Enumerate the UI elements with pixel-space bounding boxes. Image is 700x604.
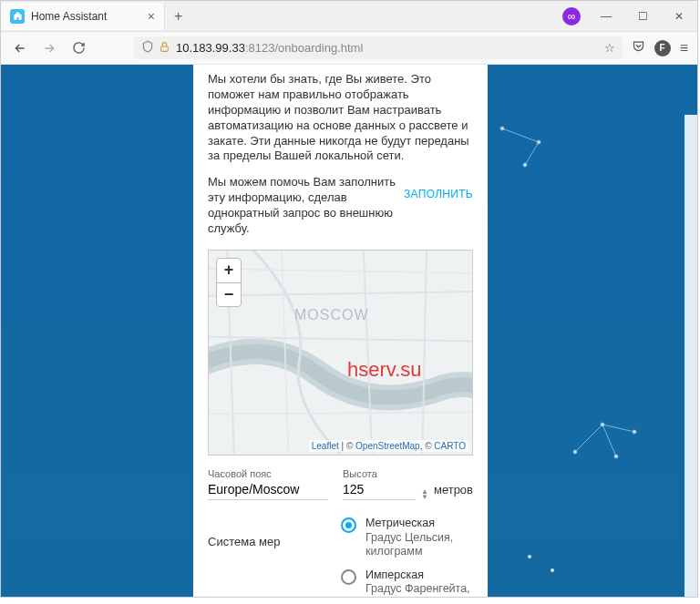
svg-point-3 — [500, 127, 504, 130]
zoom-out-button[interactable]: − — [217, 282, 241, 306]
leaflet-link[interactable]: Leaflet — [312, 441, 339, 451]
map-city-label: MOSCOW — [294, 307, 369, 323]
radio-icon — [341, 517, 356, 533]
svg-point-10 — [601, 423, 604, 426]
url-host: 10.183.99.33 — [176, 41, 245, 55]
pocket-icon[interactable] — [632, 39, 645, 56]
svg-line-7 — [602, 425, 634, 432]
onboarding-card: Мы хотели бы знать, где Вы живете. Это п… — [193, 65, 488, 597]
scrollbar[interactable] — [685, 115, 697, 597]
shield-icon — [141, 40, 154, 56]
timezone-input[interactable] — [208, 479, 328, 500]
fill-button[interactable]: ЗАПОЛНИТЬ — [404, 175, 473, 200]
svg-rect-0 — [161, 46, 169, 50]
new-tab-button[interactable]: + — [165, 8, 191, 25]
svg-point-13 — [528, 555, 531, 558]
timezone-label: Часовой пояс — [208, 468, 328, 479]
height-input[interactable] — [343, 479, 416, 500]
map-attribution: Leaflet | © OpenStreetMap, © CARTO — [309, 440, 468, 452]
refresh-button[interactable] — [68, 38, 88, 58]
svg-point-9 — [573, 450, 577, 454]
bookmark-icon[interactable]: ☆ — [604, 41, 615, 55]
lock-icon — [159, 41, 170, 56]
favicon-home-assistant — [10, 9, 25, 24]
height-label: Высота — [343, 468, 473, 479]
svg-line-8 — [602, 425, 616, 456]
units-label: Система мер — [208, 517, 326, 548]
watermark: hserv.su — [347, 358, 422, 382]
units-imperial-option[interactable]: ИмперскаяГрадус Фаренгейта, фунт — [341, 568, 473, 597]
forward-button[interactable] — [39, 38, 59, 58]
map-zoom-control: + − — [216, 258, 242, 307]
menu-icon[interactable]: ≡ — [680, 40, 688, 56]
svg-line-6 — [575, 425, 602, 452]
svg-line-2 — [525, 142, 539, 165]
height-stepper[interactable]: ▲▼ — [421, 489, 428, 500]
location-map[interactable]: + − MOSCOW hserv.su Leaflet | © OpenStre… — [208, 250, 473, 456]
address-bar: 10.183.99.33:8123/onboarding.html ☆ F ≡ — [1, 32, 697, 65]
osm-link[interactable]: OpenStreetMap — [355, 441, 420, 451]
tab-close-icon[interactable]: × — [148, 9, 155, 24]
fill-helper-text: Мы можем помочь Вам заполнить эту информ… — [208, 175, 396, 237]
browser-titlebar: Home Assistant × + ∞ — ☐ ✕ — [1, 1, 697, 32]
window-close[interactable]: ✕ — [661, 1, 697, 32]
svg-point-4 — [537, 140, 540, 144]
units-metric-option[interactable]: МетрическаяГрадус Цельсия, килограмм — [341, 517, 473, 559]
radio-icon — [341, 569, 356, 585]
svg-point-11 — [633, 430, 636, 434]
page-viewport: Мы хотели бы знать, где Вы живете. Это п… — [1, 65, 697, 597]
browser-tab[interactable]: Home Assistant × — [1, 3, 165, 30]
zoom-in-button[interactable]: + — [217, 259, 241, 282]
url-field[interactable]: 10.183.99.33:8123/onboarding.html ☆ — [134, 36, 623, 59]
units-radio-group: МетрическаяГрадус Цельсия, килограмм Имп… — [341, 517, 473, 597]
svg-point-5 — [523, 163, 527, 167]
svg-line-1 — [502, 128, 539, 142]
carto-link[interactable]: CARTO — [434, 441, 466, 451]
svg-point-12 — [614, 455, 618, 458]
url-rest: :8123/onboarding.html — [245, 41, 363, 55]
height-unit: метров — [434, 483, 473, 497]
intro-text: Мы хотели бы знать, где Вы живете. Это п… — [208, 72, 473, 164]
account-icon[interactable]: F — [654, 40, 671, 56]
extension-badge[interactable]: ∞ — [562, 7, 581, 26]
tab-title: Home Assistant — [31, 10, 141, 23]
back-button[interactable] — [10, 38, 30, 58]
window-minimize[interactable]: — — [588, 1, 624, 32]
svg-point-14 — [551, 568, 554, 572]
window-maximize[interactable]: ☐ — [624, 1, 661, 32]
